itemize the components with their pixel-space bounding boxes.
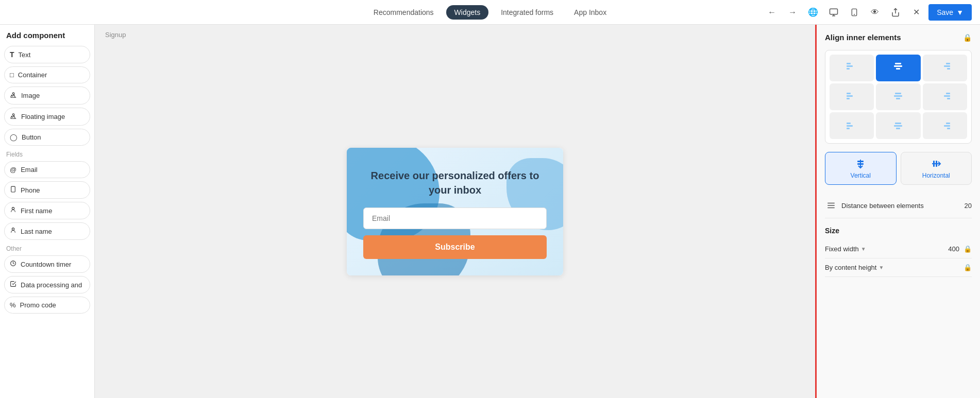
svg-rect-34 [894, 125, 902, 127]
redo-button[interactable]: → [784, 4, 801, 21]
component-first-name[interactable]: First name [4, 202, 90, 219]
lock-icon[interactable]: 🔒 [963, 33, 972, 42]
direction-buttons: Vertical Horizontal [825, 152, 972, 185]
content-height-label[interactable]: By content height ▼ [825, 264, 964, 271]
close-button[interactable]: ✕ [908, 4, 924, 21]
component-last-name[interactable]: Last name [4, 222, 90, 240]
svg-rect-32 [847, 128, 850, 129]
component-container[interactable]: □ Container [4, 66, 90, 83]
svg-rect-22 [847, 95, 853, 97]
align-middle-right[interactable] [923, 83, 967, 110]
fixed-width-value[interactable]: 400 [948, 245, 959, 253]
svg-rect-27 [946, 93, 950, 94]
sidebar-title: Add component [4, 31, 90, 40]
svg-rect-35 [896, 128, 900, 129]
svg-rect-21 [847, 93, 851, 94]
last-name-icon [10, 227, 16, 235]
nav-recommendations[interactable]: Recommendations [365, 5, 442, 20]
right-panel: Align inner elements 🔒 [815, 25, 980, 398]
horizontal-label: Horizontal [922, 172, 950, 179]
nav-widgets[interactable]: Widgets [446, 5, 489, 20]
phone-icon [10, 186, 16, 194]
fields-section-label: Fields [6, 151, 88, 158]
distance-value[interactable]: 20 [965, 202, 972, 210]
preview-button[interactable]: 👁 [867, 4, 883, 21]
panel-header: Align inner elements 🔒 [825, 33, 972, 42]
promo-code-icon: % [10, 301, 16, 309]
component-email[interactable]: @ Email [4, 161, 90, 178]
svg-rect-30 [847, 123, 851, 124]
svg-rect-37 [944, 125, 950, 127]
component-data-processing[interactable]: Data processing and [4, 276, 90, 293]
content-height-lock-icon[interactable]: 🔒 [964, 264, 972, 271]
widget-preview[interactable]: Receive our personalized offers to your … [347, 148, 563, 275]
component-phone[interactable]: Phone [4, 181, 90, 199]
floating-image-icon [10, 112, 17, 121]
distance-label: Distance between elements [841, 202, 965, 210]
align-bottom-center[interactable] [876, 112, 920, 139]
mobile-view-button[interactable] [846, 4, 863, 21]
svg-rect-20 [947, 68, 950, 70]
svg-rect-36 [946, 123, 950, 124]
image-icon [10, 91, 17, 100]
align-top-right[interactable] [923, 55, 967, 81]
component-floating-image[interactable]: Floating image [4, 108, 90, 126]
nav-app-inbox[interactable]: App Inbox [566, 5, 615, 20]
widget-subscribe-button[interactable]: Subscribe [363, 235, 547, 259]
panel-title: Align inner elements [825, 33, 901, 42]
align-top-center[interactable] [876, 55, 920, 81]
align-bottom-right[interactable] [923, 112, 967, 139]
text-icon: T [10, 50, 14, 59]
countdown-icon [10, 260, 16, 268]
horizontal-direction-button[interactable]: Horizontal [901, 152, 972, 185]
svg-rect-26 [896, 98, 900, 99]
fixed-width-chevron[interactable]: ▼ [861, 246, 866, 252]
svg-rect-13 [847, 65, 853, 67]
nav-integrated-forms[interactable]: Integrated forms [493, 5, 562, 20]
svg-rect-24 [895, 93, 901, 94]
share-button[interactable] [887, 4, 904, 21]
svg-rect-0 [830, 9, 838, 14]
svg-rect-19 [944, 65, 950, 67]
svg-rect-31 [847, 125, 853, 127]
component-text[interactable]: T Text [4, 46, 90, 63]
component-image[interactable]: Image [4, 86, 90, 105]
save-button[interactable]: Save ▼ [928, 4, 972, 21]
svg-rect-41 [857, 163, 864, 165]
widget-background: Receive our personalized offers to your … [347, 148, 563, 275]
svg-rect-40 [857, 161, 864, 162]
align-bottom-left[interactable] [830, 112, 874, 139]
component-promo-code[interactable]: % Promo code [4, 297, 90, 314]
component-countdown-timer[interactable]: Countdown timer [4, 255, 90, 273]
language-button[interactable]: 🌐 [805, 4, 821, 21]
vertical-direction-button[interactable]: Vertical [825, 152, 897, 185]
widget-email-input[interactable] [363, 207, 547, 229]
svg-rect-44 [936, 161, 937, 167]
data-processing-icon [10, 281, 16, 289]
top-nav: Recommendations Widgets Integrated forms… [0, 0, 980, 25]
size-section-title: Size [825, 227, 972, 235]
align-top-left[interactable] [830, 55, 874, 81]
undo-button[interactable]: ← [764, 4, 780, 21]
canvas-content[interactable]: Receive our personalized offers to your … [95, 25, 815, 398]
toolbar: ← → 🌐 👁 ✕ Save ▼ [764, 4, 972, 21]
component-button[interactable]: ◯ Button [4, 129, 90, 146]
align-middle-left[interactable] [830, 83, 874, 110]
svg-rect-23 [847, 98, 850, 99]
content-height-chevron[interactable]: ▼ [878, 265, 884, 270]
distance-icon [825, 199, 837, 212]
svg-rect-14 [847, 68, 850, 70]
svg-rect-8 [11, 186, 15, 192]
fixed-width-label[interactable]: Fixed width ▼ [825, 245, 948, 253]
svg-rect-15 [895, 63, 901, 64]
svg-rect-38 [947, 128, 950, 129]
canvas-label: Signup [105, 31, 126, 39]
align-middle-center[interactable] [876, 83, 920, 110]
fixed-width-lock-icon[interactable]: 🔒 [964, 245, 972, 253]
widget-headline: Receive our personalized offers to your … [363, 168, 547, 197]
button-icon: ◯ [10, 133, 18, 141]
svg-rect-33 [895, 123, 901, 124]
desktop-view-button[interactable] [825, 4, 842, 21]
canvas-area: Signup Receive our personalized offers t… [95, 25, 815, 398]
svg-rect-18 [946, 63, 950, 64]
